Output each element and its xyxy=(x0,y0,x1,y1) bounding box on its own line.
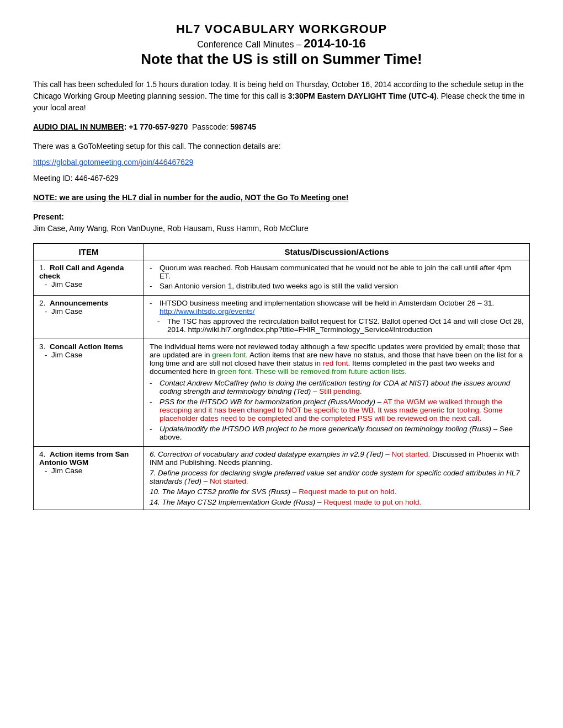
item-cell-3: 3. Concall Action Items - Jim Case xyxy=(34,339,144,447)
main-title: HL7 VOCABULARY WORKGROUP xyxy=(33,22,530,36)
audio-info: AUDIO DIAL IN NUMBER: +1 770-657-9270 Pa… xyxy=(33,121,530,133)
table-header-row: ITEM Status/Discussion/Actions xyxy=(34,244,530,260)
gotomeeting-section: There was a GoToMeeting setup for this c… xyxy=(33,141,530,184)
gotomeeting-intro: There was a GoToMeeting setup for this c… xyxy=(33,141,530,152)
table-row: 4. Action items from San Antonio WGM - J… xyxy=(34,447,530,510)
present-info: Present: Jim Case, Amy Wang, Ron VanDuyn… xyxy=(33,211,530,234)
intro-paragraph: This call has been scheduled for 1.5 hou… xyxy=(33,79,530,114)
attendees-list: Jim Case, Amy Wang, Ron VanDuyne, Rob Ha… xyxy=(33,224,309,233)
intro-section: This call has been scheduled for 1.5 hou… xyxy=(33,79,530,114)
audio-label: AUDIO DIAL IN NUMBER xyxy=(33,122,124,131)
ihtsdo-link[interactable]: http://www.ihtsdo.org/events/ xyxy=(160,307,255,315)
audio-number: +1 770-657-9270 xyxy=(129,122,188,131)
audio-colon: : xyxy=(124,122,129,131)
subtitle-date: 2014-10-16 xyxy=(304,36,366,50)
passcode-value: 598745 xyxy=(230,122,256,131)
gotomeeting-url-line: https://global.gotomeeting.com/join/4464… xyxy=(33,157,530,168)
note-title: Note that the US is still on Summer Time… xyxy=(33,51,530,68)
note-important-section: NOTE: we are using the HL7 dial in numbe… xyxy=(33,192,530,204)
item-cell-2: 2. Announcements - Jim Case xyxy=(34,296,144,339)
audio-section: AUDIO DIAL IN NUMBER: +1 770-657-9270 Pa… xyxy=(33,121,530,133)
status-cell-3: The individual items were not reviewed t… xyxy=(144,339,530,447)
subtitle: Conference Call Minutes – 2014-10-16 xyxy=(33,36,530,51)
status-cell-1: - Quorum was reached. Rob Hausam communi… xyxy=(144,260,530,296)
item-cell-1: 1. Roll Call and Agenda check - Jim Case xyxy=(34,260,144,296)
subtitle-prefix: Conference Call Minutes – xyxy=(197,40,304,49)
meeting-id: Meeting ID: 446-467-629 xyxy=(33,173,530,184)
status-cell-2: - IHTSDO business meeting and implementa… xyxy=(144,296,530,339)
table-row: 2. Announcements - Jim Case - IHTSDO bus… xyxy=(34,296,530,339)
item-cell-4: 4. Action items from San Antonio WGM - J… xyxy=(34,447,144,510)
page-header: HL7 VOCABULARY WORKGROUP Conference Call… xyxy=(33,22,530,68)
agenda-table: ITEM Status/Discussion/Actions 1. Roll C… xyxy=(33,243,530,510)
col1-header: ITEM xyxy=(34,244,144,260)
col2-header: Status/Discussion/Actions xyxy=(144,244,530,260)
status-cell-4: 6. Correction of vocabulary and coded da… xyxy=(144,447,530,510)
note-important: NOTE: we are using the HL7 dial in numbe… xyxy=(33,192,530,204)
gotomeeting-link[interactable]: https://global.gotomeeting.com/join/4464… xyxy=(33,158,193,167)
passcode-label: Passcode: xyxy=(192,122,230,131)
table-row: 3. Concall Action Items - Jim Case The i… xyxy=(34,339,530,447)
present-label: Present: xyxy=(33,212,64,221)
table-row: 1. Roll Call and Agenda check - Jim Case… xyxy=(34,260,530,296)
present-section: Present: Jim Case, Amy Wang, Ron VanDuyn… xyxy=(33,211,530,234)
